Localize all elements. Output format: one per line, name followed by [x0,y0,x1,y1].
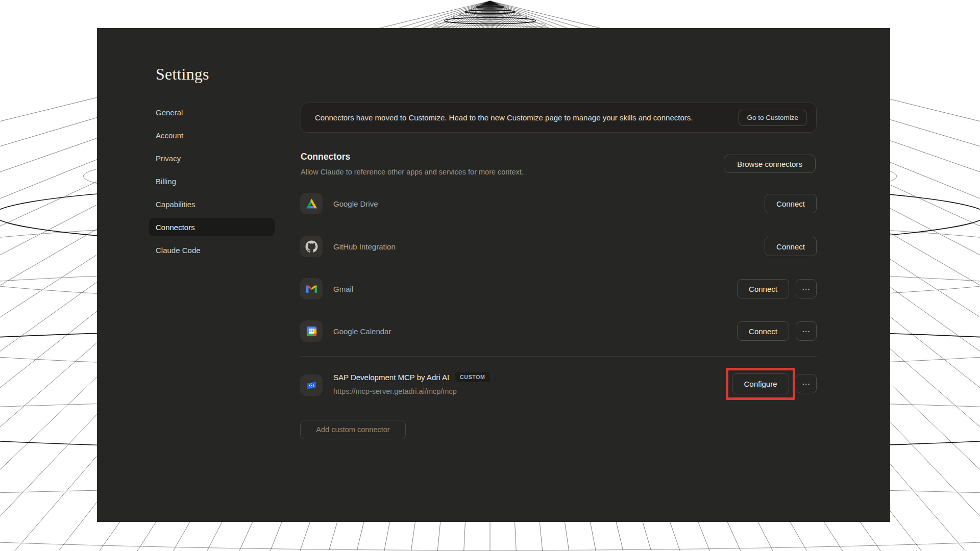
svg-text:31: 31 [309,329,313,333]
row-menu-button[interactable]: ⋯ [796,279,817,298]
connector-icon-tile [300,193,323,214]
connector-name: Google Calendar [333,327,391,336]
settings-panel: Settings GeneralAccountPrivacyBillingCap… [97,28,890,522]
connector-row: GmailConnect⋯ [300,278,817,300]
configure-button[interactable]: Configure [732,373,789,394]
custom-badge: CUSTOM [455,372,490,382]
connector-name: Google Drive [333,199,378,208]
connectors-moved-banner: Connectors have moved to Customize. Head… [301,103,817,133]
connectors-subtitle: Allow Claude to reference other apps and… [301,168,524,176]
connectors-heading: Connectors [301,152,350,162]
adri-custom-connector-icon [305,379,318,392]
connector-row: Google DriveConnect [300,192,817,215]
sidebar-item-capabilities[interactable]: Capabilities [149,195,275,213]
github-icon [305,240,318,253]
annotation-highlight-box: Configure [726,368,795,400]
google-drive-icon [305,197,318,210]
connector-url: https://mcp-server.getadri.ai/mcp/mcp [333,387,457,395]
section-divider [301,356,817,357]
custom-connector-title-line: SAP Development MCP by Adri AICUSTOM [333,372,490,382]
sidebar-item-connectors[interactable]: Connectors [149,218,275,236]
google-calendar-icon: 31 [306,325,317,337]
row-menu-button[interactable]: ⋯ [796,321,817,341]
sidebar-item-account[interactable]: Account [149,126,275,144]
connector-name: Gmail [333,285,353,293]
add-custom-connector-button[interactable]: Add custom connector [300,420,406,439]
row-menu-button[interactable]: ⋯ [796,374,817,393]
row-actions: Connect⋯ [737,321,817,341]
connector-name: GitHub Integration [333,242,396,251]
go-to-customize-button[interactable]: Go to Customize [739,110,806,126]
connect-button[interactable]: Connect [737,321,789,341]
browse-connectors-button[interactable]: Browse connectors [724,155,816,173]
row-actions: Connect [765,237,817,256]
row-actions: Connect [765,194,817,213]
page-title: Settings [156,65,209,84]
connector-name: SAP Development MCP by Adri AI [333,373,449,382]
sidebar-item-privacy[interactable]: Privacy [149,149,275,167]
settings-sidebar: GeneralAccountPrivacyBillingCapabilities… [149,103,275,264]
gmail-icon [305,283,318,295]
connector-icon-tile: 31 [300,320,323,342]
connect-button[interactable]: Connect [765,237,817,256]
row-actions: Connect⋯ [737,279,817,298]
connector-icon-tile [300,374,323,396]
connector-row: GitHub IntegrationConnect [300,235,817,258]
connect-button[interactable]: Connect [765,194,817,213]
connector-icon-tile [300,278,323,299]
connector-icon-tile [300,236,323,257]
sidebar-item-billing[interactable]: Billing [149,172,275,190]
connector-row: 31Google CalendarConnect⋯ [300,320,817,342]
sidebar-item-general[interactable]: General [149,103,275,121]
banner-message: Connectors have moved to Customize. Head… [315,113,739,122]
connect-button[interactable]: Connect [737,279,789,298]
sidebar-item-claude-code[interactable]: Claude Code [149,241,275,259]
